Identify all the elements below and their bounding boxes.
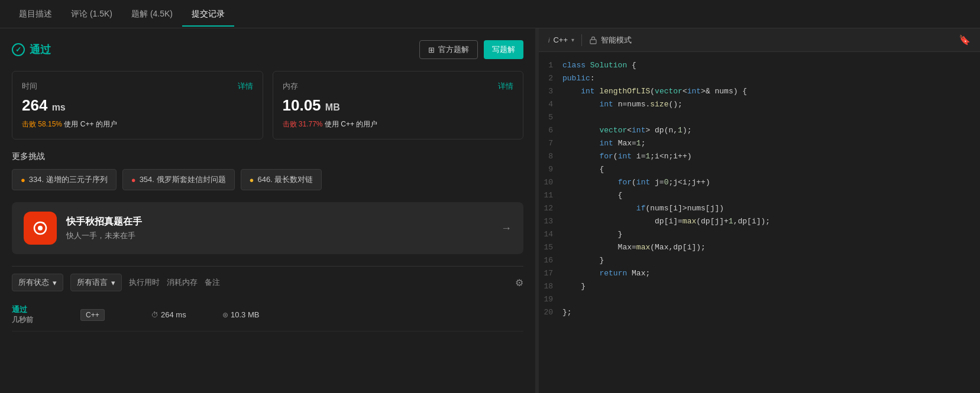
tab-submissions[interactable]: 提交记录 bbox=[182, 2, 234, 27]
history-toolbar: 所有状态 ▾ 所有语言 ▾ 执行用时 消耗内存 备注 ⚙ bbox=[12, 266, 523, 298]
code-line: 11 { bbox=[539, 189, 980, 202]
submission-runtime: ⏱ 264 ms bbox=[151, 310, 222, 319]
status-filter-button[interactable]: 所有状态 ▾ bbox=[12, 274, 63, 291]
code-line: 15 Max=max(Max,dp[i]); bbox=[539, 241, 980, 254]
code-line: 7 int Max=1; bbox=[539, 137, 980, 150]
memory-col-label: 消耗内存 bbox=[167, 277, 198, 288]
left-panel: ✓ 通过 ⊞ 官方题解 写题解 时间 详情 264 ms bbox=[0, 28, 535, 393]
time-label: 时间 详情 bbox=[22, 81, 253, 92]
line-number: 10 bbox=[539, 176, 562, 189]
tab-bar: 题目描述 评论 (1.5K) 题解 (4.5K) 提交记录 bbox=[0, 0, 980, 28]
line-number: 18 bbox=[539, 280, 562, 293]
dot-icon-2: ● bbox=[250, 176, 254, 184]
svg-point-2 bbox=[38, 226, 43, 230]
line-content: dp[i]=max(dp[j]+1,dp[i]); bbox=[562, 215, 980, 228]
line-number: 5 bbox=[539, 111, 562, 124]
tab-solutions[interactable]: 题解 (4.5K) bbox=[122, 2, 182, 27]
line-content: class Solution { bbox=[562, 59, 980, 72]
code-line: 9 { bbox=[539, 163, 980, 176]
code-line: 6 vector<int> dp(n,1); bbox=[539, 124, 980, 137]
line-number: 9 bbox=[539, 163, 562, 176]
submission-row: 通过 几秒前 C++ ⏱ 264 ms ⊛ 10.3 MB bbox=[12, 298, 523, 332]
code-line: 1class Solution { bbox=[539, 59, 980, 72]
stats-row: 时间 详情 264 ms 击败 58.15% 使用 C++ 的用户 内存 详情 bbox=[12, 71, 523, 139]
tab-comments[interactable]: 评论 (1.5K) bbox=[62, 2, 122, 27]
lock-icon bbox=[589, 36, 597, 44]
line-content: return Max; bbox=[562, 267, 980, 280]
code-editor-panel: i C++ ▾ 智能模式 🔖 1class Solution {2public:… bbox=[539, 28, 980, 393]
line-number: 19 bbox=[539, 293, 562, 306]
line-content: vector<int> dp(n,1); bbox=[562, 124, 980, 137]
smart-mode-toggle[interactable]: 智能模式 bbox=[589, 35, 632, 46]
ad-icon bbox=[24, 212, 57, 245]
code-line: 16 } bbox=[539, 254, 980, 267]
line-content: int lengthOfLIS(vector<int>& nums) { bbox=[562, 85, 980, 98]
line-content: for(int i=1;i<n;i++) bbox=[562, 150, 980, 163]
official-solution-button[interactable]: ⊞ 官方题解 bbox=[419, 40, 478, 59]
challenge-item-0[interactable]: ● 334. 递增的三元子序列 bbox=[12, 169, 117, 190]
line-content: { bbox=[562, 189, 980, 202]
ad-text: 快手秋招真题在手 快人一手，未来在手 bbox=[66, 216, 142, 241]
line-content bbox=[562, 293, 980, 306]
code-line: 14 } bbox=[539, 228, 980, 241]
code-line: 10 for(int j=0;j<i;j++) bbox=[539, 176, 980, 189]
line-content: int Max=1; bbox=[562, 137, 980, 150]
line-content: if(nums[i]>nums[j]) bbox=[562, 202, 980, 215]
svg-rect-3 bbox=[43, 222, 44, 224]
chevron-down-icon-2: ▾ bbox=[111, 278, 115, 287]
line-content: } bbox=[562, 280, 980, 293]
line-number: 11 bbox=[539, 189, 562, 202]
code-line: 19 bbox=[539, 293, 980, 306]
submission-memory: ⊛ 10.3 MB bbox=[222, 310, 293, 319]
line-number: 6 bbox=[539, 124, 562, 137]
line-content bbox=[562, 111, 980, 124]
memory-label: 内存 详情 bbox=[283, 81, 514, 92]
line-number: 2 bbox=[539, 72, 562, 85]
code-line: 20}; bbox=[539, 306, 980, 319]
line-content: for(int j=0;j<i;j++) bbox=[562, 176, 980, 189]
write-solution-button[interactable]: 写题解 bbox=[484, 40, 523, 59]
line-number: 12 bbox=[539, 202, 562, 215]
settings-icon[interactable]: ⚙ bbox=[515, 277, 523, 288]
line-content: } bbox=[562, 228, 980, 241]
bookmark-icon[interactable]: 🔖 bbox=[959, 34, 971, 46]
line-content: } bbox=[562, 254, 980, 267]
code-area: 1class Solution {2public:3 int lengthOfL… bbox=[539, 52, 980, 393]
challenges-title: 更多挑战 bbox=[12, 151, 523, 162]
line-number: 7 bbox=[539, 137, 562, 150]
line-content: public: bbox=[562, 72, 980, 85]
line-number: 3 bbox=[539, 85, 562, 98]
pass-text: 通过 bbox=[30, 43, 51, 57]
memory-desc: 击败 31.77% 使用 C++ 的用户 bbox=[283, 119, 514, 129]
line-content: { bbox=[562, 163, 980, 176]
line-content: Max=max(Max,dp[i]); bbox=[562, 241, 980, 254]
line-number: 17 bbox=[539, 267, 562, 280]
toolbar-separator bbox=[581, 34, 582, 46]
line-number: 13 bbox=[539, 215, 562, 228]
line-number: 15 bbox=[539, 241, 562, 254]
status-row: ✓ 通过 ⊞ 官方题解 写题解 bbox=[12, 40, 523, 59]
lang-filter-button[interactable]: 所有语言 ▾ bbox=[70, 274, 122, 291]
editor-toolbar: i C++ ▾ 智能模式 🔖 bbox=[539, 28, 980, 52]
time-detail-link[interactable]: 详情 bbox=[238, 81, 253, 92]
dot-icon-0: ● bbox=[21, 176, 25, 184]
code-line: 12 if(nums[i]>nums[j]) bbox=[539, 202, 980, 215]
challenge-item-1[interactable]: ● 354. 俄罗斯套娃信封问题 bbox=[122, 169, 235, 190]
challenge-tags: ● 334. 递增的三元子序列 ● 354. 俄罗斯套娃信封问题 ● 646. … bbox=[12, 169, 523, 190]
submission-status: 通过 几秒前 bbox=[12, 304, 71, 325]
code-line: 8 for(int i=1;i<n;i++) bbox=[539, 150, 980, 163]
memory-value: 10.05 MB bbox=[283, 96, 514, 115]
language-selector[interactable]: i C++ ▾ bbox=[548, 35, 574, 44]
memory-card: 内存 详情 10.05 MB 击败 31.77% 使用 C++ 的用户 bbox=[273, 71, 524, 139]
time-value: 264 ms bbox=[22, 96, 253, 115]
runtime-col-label: 执行用时 bbox=[129, 277, 160, 288]
official-icon: ⊞ bbox=[428, 46, 435, 54]
memory-detail-link[interactable]: 详情 bbox=[498, 81, 513, 92]
code-line: 17 return Max; bbox=[539, 267, 980, 280]
line-content: }; bbox=[562, 306, 980, 319]
line-number: 1 bbox=[539, 59, 562, 72]
code-line: 2public: bbox=[539, 72, 980, 85]
tab-description[interactable]: 题目描述 bbox=[9, 2, 62, 27]
challenge-item-2[interactable]: ● 646. 最长数对链 bbox=[241, 169, 322, 190]
ad-banner[interactable]: 快手秋招真题在手 快人一手，未来在手 → bbox=[12, 202, 523, 254]
